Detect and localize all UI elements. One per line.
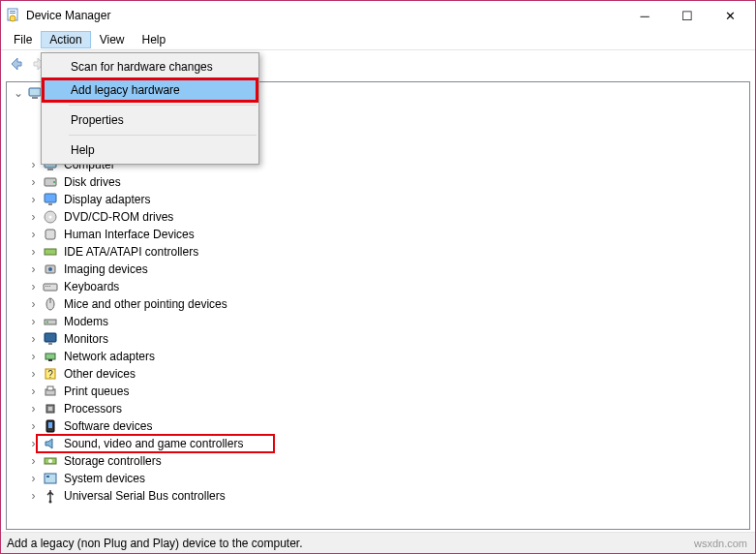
svg-rect-5	[32, 97, 38, 99]
tree-item[interactable]: ›Modems	[7, 313, 749, 330]
expand-icon[interactable]: ›	[28, 456, 39, 467]
maximize-button[interactable]: ☐	[666, 2, 709, 29]
network-icon	[43, 349, 58, 364]
dvd-icon	[43, 209, 58, 225]
tree-item[interactable]: ›Network adapters	[7, 348, 749, 365]
tree-item-label: Sound, video and game controllers	[62, 437, 245, 450]
expand-icon[interactable]: ›	[28, 282, 39, 292]
svg-rect-7	[47, 169, 53, 170]
expand-icon[interactable]: ›	[28, 264, 39, 275]
tree-item[interactable]: ›Software devices	[7, 417, 749, 435]
svg-rect-33	[47, 386, 53, 390]
tree-item-label: Imaging devices	[62, 262, 150, 276]
tree-item-label: Human Interface Devices	[62, 228, 197, 241]
usb-icon	[43, 488, 58, 504]
tree-item[interactable]: ›DVD/CD-ROM drives	[7, 208, 749, 226]
expand-icon[interactable]: ›	[28, 439, 39, 449]
tree-item-label: Network adapters	[62, 350, 157, 363]
print-icon	[43, 384, 58, 399]
menu-scan-hardware[interactable]: Scan for hardware changes	[44, 55, 257, 78]
status-bar: Add a legacy (non Plug and Play) device …	[1, 532, 755, 553]
menu-help[interactable]: Help	[134, 31, 175, 48]
expand-icon[interactable]: ›	[28, 474, 39, 484]
tree-item-label: DVD/CD-ROM drives	[62, 210, 175, 224]
svg-point-13	[49, 216, 52, 219]
tree-item[interactable]: ›Sound, video and game controllers	[7, 435, 749, 452]
expand-icon[interactable]: ›	[28, 317, 39, 327]
expand-icon[interactable]: ⌄	[13, 88, 23, 99]
expand-icon[interactable]: ›	[28, 386, 39, 397]
tree-item[interactable]: ›?Other devices	[7, 365, 749, 383]
menu-add-legacy-hardware[interactable]: Add legacy hardware	[44, 78, 257, 102]
tree-item[interactable]: ›Storage controllers	[7, 452, 749, 470]
svg-rect-26	[45, 333, 56, 342]
svg-point-39	[48, 459, 52, 463]
expand-icon[interactable]: ›	[28, 177, 39, 188]
back-button[interactable]	[5, 53, 26, 75]
expand-icon[interactable]: ›	[28, 352, 39, 362]
tree-item[interactable]: ›Human Interface Devices	[7, 226, 749, 243]
tree-item[interactable]: ›System devices	[7, 470, 749, 487]
tree-item-label: IDE ATA/ATAPI controllers	[62, 245, 200, 259]
tree-item-label: Monitors	[62, 332, 110, 346]
expand-icon[interactable]: ›	[28, 404, 39, 415]
svg-rect-35	[48, 407, 52, 411]
other-icon: ?	[43, 366, 58, 382]
menu-action[interactable]: Action	[41, 31, 90, 48]
tree-item-label: Storage controllers	[62, 454, 164, 468]
keyboard-icon	[43, 279, 58, 294]
minimize-button[interactable]: ─	[623, 2, 666, 29]
close-button[interactable]: ✕	[709, 2, 751, 29]
svg-rect-41	[46, 476, 49, 477]
menu-file[interactable]: File	[5, 31, 41, 48]
svg-rect-19	[45, 286, 46, 287]
svg-rect-28	[45, 354, 55, 359]
expand-icon[interactable]: ›	[28, 247, 39, 258]
tree-item[interactable]: ›Universal Serial Bus controllers	[7, 487, 749, 505]
tree-item[interactable]: ›Display adapters	[7, 191, 749, 208]
svg-rect-11	[48, 203, 52, 205]
tree-item[interactable]: ›Keyboards	[7, 278, 749, 295]
tree-item[interactable]: ›IDE ATA/ATAPI controllers	[7, 243, 749, 261]
tree-item[interactable]: ›Processors	[7, 400, 749, 417]
expand-icon[interactable]: ›	[28, 195, 39, 205]
tree-item[interactable]: ›Monitors	[7, 330, 749, 348]
tree-item-label: Mice and other pointing devices	[62, 297, 229, 311]
svg-rect-2	[10, 13, 15, 14]
svg-rect-10	[45, 194, 56, 202]
tree-item[interactable]: ›Mice and other pointing devices	[7, 295, 749, 313]
expand-icon[interactable]: ›	[28, 369, 39, 380]
menu-separator	[69, 105, 257, 106]
tree-item-label: Software devices	[62, 419, 154, 433]
svg-rect-15	[45, 249, 56, 255]
tree-item-label: System devices	[62, 472, 147, 485]
window-controls: ─ ☐ ✕	[623, 2, 751, 29]
tree-item[interactable]: ›Imaging devices	[7, 261, 749, 278]
menu-properties[interactable]: Properties	[44, 108, 257, 132]
expand-icon[interactable]: ›	[28, 334, 39, 345]
menu-view[interactable]: View	[91, 31, 134, 48]
expand-icon[interactable]: ›	[28, 299, 39, 310]
expand-icon[interactable]: ›	[28, 230, 39, 240]
expand-icon[interactable]: ›	[28, 491, 39, 502]
tree-item[interactable]: ›Print queues	[7, 383, 749, 400]
svg-point-3	[10, 15, 15, 21]
tree-item-label: Other devices	[62, 367, 137, 381]
expand-icon[interactable]: ›	[28, 212, 39, 223]
svg-rect-20	[47, 286, 48, 287]
mouse-icon	[43, 296, 58, 312]
action-dropdown: Scan for hardware changes Add legacy har…	[41, 52, 259, 165]
expand-icon[interactable]: ›	[28, 160, 39, 170]
software-icon	[43, 418, 58, 434]
tree-item[interactable]: ›Disk drives	[7, 173, 749, 191]
imaging-icon	[43, 262, 58, 277]
tree-item-label: Disk drives	[62, 175, 123, 189]
expand-icon[interactable]: ›	[28, 421, 39, 432]
sound-icon	[43, 436, 58, 451]
display-icon	[43, 192, 58, 207]
svg-rect-21	[49, 286, 50, 287]
svg-rect-4	[29, 88, 41, 96]
svg-rect-18	[44, 284, 57, 291]
menu-help[interactable]: Help	[44, 138, 257, 162]
title-bar: Device Manager ─ ☐ ✕	[1, 1, 755, 30]
